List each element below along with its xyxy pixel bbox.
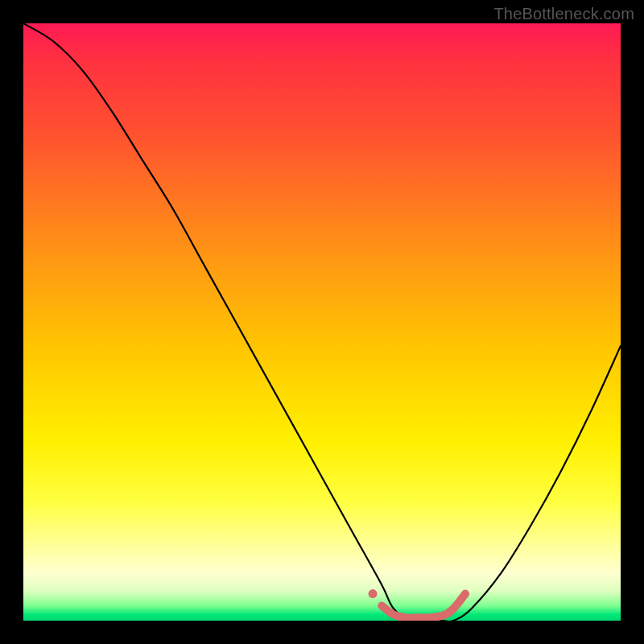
optimal-marker-line xyxy=(382,594,465,618)
bottleneck-curve-line xyxy=(23,23,621,621)
watermark-text: TheBottleneck.com xyxy=(493,5,634,23)
chart-plot-area xyxy=(23,23,621,621)
optimal-marker-dot xyxy=(369,589,378,598)
chart-svg xyxy=(23,23,621,621)
